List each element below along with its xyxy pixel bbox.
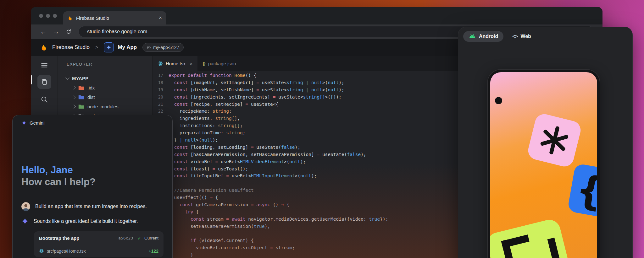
- green-brackets-tile: [490, 218, 575, 258]
- tree-item-.idx[interactable]: .idx: [58, 83, 152, 92]
- code-text: const getCameraPermission = async () ⇒ {: [163, 201, 289, 208]
- bootstrap-card-header: Bootstrap the app a56c23 ✓ Current: [34, 231, 164, 245]
- file-tree: MYAPP .idxdistnode_modulesscripts: [58, 73, 152, 121]
- gemini-greeting: Hello, Jane: [21, 164, 164, 176]
- tab-label: package.json: [208, 61, 236, 66]
- gemini-sparkle-icon: [21, 120, 27, 126]
- camera-punch-hole: [495, 97, 502, 104]
- preview-target-toggle: Android <> Web: [463, 31, 531, 42]
- react-icon: [39, 249, 44, 254]
- code-text: const videoRef = useRef<HTMLVideoElement…: [163, 158, 306, 165]
- window-maximize-button[interactable]: [53, 14, 57, 18]
- code-brackets-icon: <>: [512, 34, 518, 39]
- tree-item-label: .idx: [87, 85, 95, 90]
- project-icon: [147, 46, 151, 50]
- user-avatar: [21, 202, 30, 211]
- app-id-badge[interactable]: my-app-5127: [142, 43, 184, 52]
- search-view-button[interactable]: [37, 93, 51, 106]
- code-text: const [loading, setLoading] = useState(f…: [163, 144, 300, 151]
- gemini-subtitle: How can I help?: [21, 176, 164, 188]
- tree-item-dist[interactable]: dist: [58, 92, 152, 102]
- back-button[interactable]: ←: [38, 26, 49, 37]
- code-text: const [hasCameraPermission, setHasCamera…: [163, 151, 366, 158]
- code-text: const [imageUrl, setImageUrl] = useState…: [163, 79, 344, 86]
- code-text: instructions: string[];: [163, 122, 243, 129]
- web-label: Web: [520, 34, 531, 39]
- android-toggle-button[interactable]: Android: [463, 31, 503, 42]
- folder-icon: [78, 85, 84, 90]
- tab-close-icon[interactable]: ×: [190, 61, 192, 66]
- spark-icon: [106, 45, 111, 50]
- chevron-down-icon: [65, 76, 69, 80]
- tab-home-tsx[interactable]: Home.tsx ×: [153, 56, 197, 71]
- card-title: Bootstrap the app: [39, 235, 115, 241]
- gemini-sparkle-icon: [21, 218, 29, 225]
- check-icon: ✓: [137, 236, 141, 241]
- code-text: //Camera Permission useEffect: [163, 187, 254, 194]
- refresh-button[interactable]: [63, 26, 74, 37]
- line-number: 21: [153, 101, 163, 108]
- folder-icon: [78, 94, 84, 99]
- browser-tab-title: Firebase Studio: [76, 15, 156, 21]
- file-path: src/pages/Home.tsx: [47, 249, 146, 254]
- window-close-button[interactable]: [39, 14, 43, 18]
- app-id-label: my-app-5127: [153, 45, 179, 50]
- curly-brace-icon: {: [573, 169, 597, 212]
- menu-button[interactable]: [37, 60, 51, 71]
- asterisk-icon: [535, 121, 574, 160]
- window-minimize-button[interactable]: [46, 14, 50, 18]
- user-message: Build an app that lets me turn images in…: [35, 204, 147, 209]
- app-icon: [104, 42, 114, 52]
- tab-package-json[interactable]: {} package.json: [197, 56, 241, 71]
- phone-mockup: {: [487, 69, 600, 258]
- active-view-indicator: [31, 75, 32, 84]
- bootstrap-card[interactable]: Bootstrap the app a56c23 ✓ Current src/p…: [34, 231, 164, 257]
- json-icon: {}: [203, 61, 205, 66]
- web-toggle-button[interactable]: <> Web: [512, 34, 531, 39]
- tree-item-node_modules[interactable]: node_modules: [58, 102, 152, 111]
- tree-item-label: node_modules: [87, 104, 118, 109]
- forward-button[interactable]: →: [50, 26, 62, 37]
- explorer-view-button[interactable]: [37, 75, 51, 89]
- blue-brace-tile: {: [567, 163, 597, 220]
- url-text: studio.firebase.google.com: [87, 29, 147, 35]
- assistant-message-row: Sounds like a great idea! Let’s build it…: [21, 218, 164, 225]
- changed-file-row[interactable]: src/pages/Home.tsx +122: [34, 245, 164, 257]
- chevron-right-icon: [72, 86, 76, 90]
- code-text: const fileInputRef = useRef<HTMLInputEle…: [163, 172, 317, 180]
- commit-hash: a56c23: [118, 236, 133, 240]
- line-number: 18: [153, 79, 163, 86]
- tab-close-icon[interactable]: ×: [159, 15, 162, 21]
- code-text: const [ingredients, setIngredients] = us…: [163, 94, 341, 101]
- avatar-photo: [21, 202, 30, 211]
- code-text: preparationTime: string;: [163, 129, 245, 137]
- line-number: 22: [153, 108, 163, 115]
- tab-label: Home.tsx: [166, 61, 186, 66]
- status-badge: Current: [144, 236, 158, 240]
- line-number: 20: [153, 94, 163, 101]
- window-controls: [39, 7, 57, 24]
- browser-tab[interactable]: Firebase Studio ×: [63, 11, 166, 24]
- firebase-logo-icon: [40, 44, 48, 51]
- files-icon: [41, 78, 48, 86]
- tree-root-myapp[interactable]: MYAPP: [58, 73, 152, 83]
- line-number: 19: [153, 86, 163, 94]
- refresh-icon: [65, 29, 72, 35]
- chevron-right-icon: [72, 95, 76, 99]
- brand-title[interactable]: Firebase Studio: [52, 44, 90, 51]
- phone-screen: {: [490, 72, 597, 258]
- user-message-row: Build an app that lets me turn images in…: [21, 202, 164, 211]
- line-number: 17: [153, 72, 163, 79]
- android-icon: [469, 34, 476, 39]
- breadcrumb-separator: >: [95, 45, 98, 50]
- gemini-panel: Gemini Hello, Jane How can I help? Build…: [12, 115, 173, 258]
- desktop-background: Firebase Studio × ← → studio.firebase.go…: [0, 0, 644, 258]
- pink-asterisk-tile: [526, 112, 582, 168]
- assistant-message: Sounds like a great idea! Let’s build it…: [34, 218, 138, 224]
- code-text: export default function Home() {: [163, 72, 256, 79]
- gemini-header: Gemini: [21, 120, 164, 126]
- device-preview-panel: Android <> Web {: [458, 27, 633, 258]
- tree-item-label: dist: [87, 94, 95, 100]
- app-name[interactable]: My App: [118, 44, 137, 51]
- react-icon: [158, 61, 163, 66]
